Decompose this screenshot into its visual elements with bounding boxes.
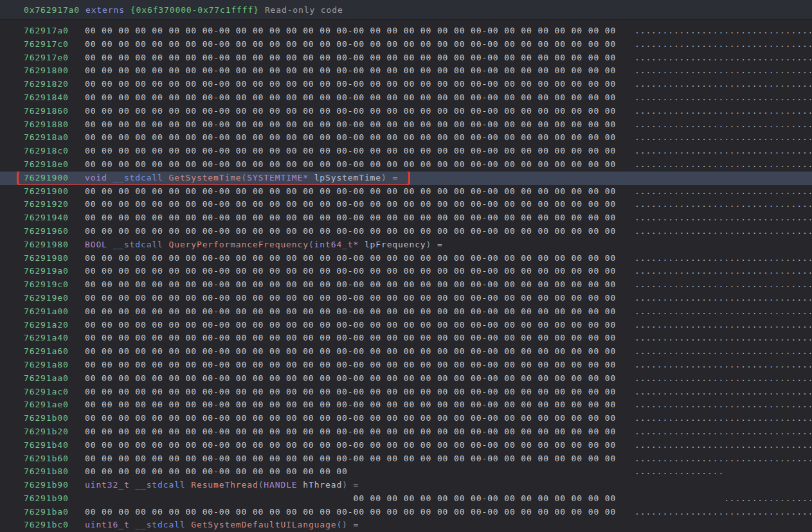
- address-label[interactable]: 76291920: [24, 198, 85, 211]
- address-label[interactable]: 762917c0: [24, 38, 85, 51]
- ascii-preview[interactable]: ................................: [635, 319, 812, 332]
- address-label[interactable]: 762919e0: [24, 292, 85, 305]
- ascii-preview[interactable]: ................................: [635, 345, 812, 359]
- ascii-preview[interactable]: ................................: [635, 372, 812, 386]
- address-label[interactable]: 76291860: [24, 105, 85, 118]
- address-label[interactable]: 76291b40: [24, 439, 85, 452]
- ascii-preview[interactable]: ................................: [635, 185, 812, 199]
- ascii-preview[interactable]: ................................: [635, 425, 812, 439]
- hex-bytes[interactable]: 00 00 00 00 00 00 00 00-00 00 00 00 00 0…: [85, 252, 635, 265]
- hex-bytes[interactable]: 00 00 00 00 00 00 00 00-00 00 00 00 00 0…: [85, 386, 635, 399]
- ascii-preview[interactable]: ................: [635, 465, 812, 479]
- ascii-preview[interactable]: ................................: [635, 506, 812, 519]
- hex-bytes[interactable]: 00 00 00 00 00 00 00 00-00 00 00 00 00 0…: [85, 398, 635, 412]
- ascii-preview[interactable]: ................................: [635, 38, 812, 51]
- ascii-preview[interactable]: ................................: [635, 292, 812, 305]
- hex-bytes[interactable]: 00 00 00 00 00 00 00 00-00 00 00 00 00 0…: [85, 292, 635, 305]
- ascii-preview[interactable]: ................................: [635, 78, 812, 91]
- ascii-preview[interactable]: ................................: [635, 24, 812, 38]
- hex-bytes[interactable]: 00 00 00 00 00 00 00 00-00 00 00 00 00 0…: [85, 265, 635, 278]
- address-label[interactable]: 762917a0: [24, 24, 85, 38]
- hex-bytes[interactable]: 00 00 00 00 00 00 00 00-00 00 00 00 00 0…: [85, 305, 635, 319]
- hex-bytes[interactable]: 00 00 00 00 00 00 00 00-00 00 00 00 00 0…: [85, 118, 635, 132]
- ascii-preview[interactable]: ................................: [635, 359, 812, 372]
- address-label[interactable]: 76291a00: [24, 305, 85, 319]
- address-label[interactable]: 76291b60: [24, 452, 85, 466]
- ascii-preview[interactable]: ................................: [635, 145, 812, 158]
- address-label[interactable]: 762917e0: [24, 51, 85, 65]
- hex-bytes[interactable]: 00 00 00 00 00 00 00 00-00 00 00 00 00 0…: [85, 359, 635, 372]
- hex-bytes[interactable]: 00 00 00 00 00 00 00 00-00 00 00 00 00 0…: [85, 465, 635, 479]
- hex-bytes[interactable]: 00 00 00 00 00 00 00 00-00 00 00 00 00 0…: [85, 332, 635, 345]
- ascii-preview[interactable]: ................................: [635, 386, 812, 399]
- address-label[interactable]: 76291b80: [24, 465, 85, 479]
- address-label[interactable]: 762918c0: [24, 145, 85, 158]
- hex-bytes[interactable]: 00 00 00 00 00 00 00 00-00 00 00 00 00 0…: [85, 412, 635, 425]
- function-declaration[interactable]: BOOL __stdcall QueryPerformanceFrequency…: [85, 238, 812, 252]
- address-label[interactable]: 76291aa0: [24, 372, 85, 386]
- hex-bytes[interactable]: 00 00 00 00 00 00 00 00-00 00 00 00 00 0…: [85, 425, 635, 439]
- hex-bytes[interactable]: 00 00 00 00 00 00 00 00-00 00 00 00 00 0…: [85, 198, 635, 211]
- address-label[interactable]: 76291ac0: [24, 386, 85, 399]
- address-label[interactable]: 76291940: [24, 211, 85, 225]
- ascii-preview[interactable]: ................................: [635, 131, 812, 145]
- function-declaration[interactable]: uint16_t __stdcall GetSystemDefaultUILan…: [85, 519, 812, 532]
- ascii-preview[interactable]: ................................: [635, 225, 812, 238]
- address-label[interactable]: 76291900: [24, 185, 85, 199]
- address-label[interactable]: 76291b90: [24, 492, 85, 506]
- hex-bytes[interactable]: 00 00 00 00 00 00 00 00-00 00 00 00 00 0…: [85, 185, 635, 199]
- hex-bytes[interactable]: 00 00 00 00 00 00 00 00-00 00 00 00 00 0…: [85, 506, 635, 519]
- hex-bytes[interactable]: 00 00 00 00 00 00 00 00-00 00 00 00 00 0…: [85, 345, 635, 359]
- ascii-preview[interactable]: ................................: [635, 51, 812, 65]
- address-label[interactable]: 76291ae0: [24, 398, 85, 412]
- hex-bytes[interactable]: 00 00 00 00 00 00 00 00-00 00 00 00 00 0…: [85, 158, 635, 172]
- ascii-preview[interactable]: ................................: [635, 105, 812, 118]
- hex-bytes[interactable]: 00 00 00 00 00 00 00 00-00 00 00 00 00 0…: [85, 145, 635, 158]
- address-label[interactable]: 76291820: [24, 78, 85, 91]
- address-label[interactable]: 762919a0: [24, 265, 85, 278]
- ascii-preview[interactable]: ................................: [635, 398, 812, 412]
- hex-bytes[interactable]: 00 00 00 00 00 00 00 00-00 00 00 00 00 0…: [85, 51, 635, 65]
- ascii-preview[interactable]: ................................: [635, 439, 812, 452]
- address-label[interactable]: 76291980: [24, 252, 85, 265]
- ascii-preview[interactable]: ................................: [635, 332, 812, 345]
- address-label[interactable]: 76291bc0: [24, 519, 85, 532]
- hex-bytes[interactable]: 00 00 00 00 00 00 00 00-00 00 00 00 00 0…: [85, 64, 635, 78]
- address-label[interactable]: 76291900: [24, 172, 85, 185]
- address-label[interactable]: 76291a80: [24, 359, 85, 372]
- hex-bytes[interactable]: 00 00 00 00 00 00 00 00-00 00 00 00 00 0…: [85, 131, 635, 145]
- address-label[interactable]: 76291980: [24, 238, 85, 252]
- ascii-preview[interactable]: ................................: [635, 91, 812, 105]
- ascii-preview[interactable]: ................................: [635, 452, 812, 466]
- address-label[interactable]: 76291a60: [24, 345, 85, 359]
- hex-bytes[interactable]: 00 00 00 00 00 00 00 00-00 00 00 00 00 0…: [85, 105, 635, 118]
- hex-bytes[interactable]: 00 00 00 00 00 00 00 00-00 00 00 00 00 0…: [85, 492, 635, 506]
- ascii-preview[interactable]: ................................: [635, 265, 812, 278]
- address-label[interactable]: 762918e0: [24, 158, 85, 172]
- ascii-preview[interactable]: ................................: [635, 252, 812, 265]
- address-label[interactable]: 76291ba0: [24, 506, 85, 519]
- hex-bytes[interactable]: 00 00 00 00 00 00 00 00-00 00 00 00 00 0…: [85, 225, 635, 238]
- address-label[interactable]: 76291b20: [24, 425, 85, 439]
- hex-bytes[interactable]: 00 00 00 00 00 00 00 00-00 00 00 00 00 0…: [85, 24, 635, 38]
- function-declaration[interactable]: void __stdcall GetSystemTime(SYSTEMTIME*…: [85, 172, 812, 185]
- ascii-preview[interactable]: ................................: [635, 118, 812, 132]
- hex-bytes[interactable]: 00 00 00 00 00 00 00 00-00 00 00 00 00 0…: [85, 211, 635, 225]
- hex-bytes[interactable]: 00 00 00 00 00 00 00 00-00 00 00 00 00 0…: [85, 91, 635, 105]
- hex-bytes[interactable]: 00 00 00 00 00 00 00 00-00 00 00 00 00 0…: [85, 78, 635, 91]
- ascii-preview[interactable]: ................................: [635, 198, 812, 211]
- ascii-preview[interactable]: ................................: [635, 158, 812, 172]
- hex-bytes[interactable]: 00 00 00 00 00 00 00 00-00 00 00 00 00 0…: [85, 319, 635, 332]
- address-label[interactable]: 76291a40: [24, 332, 85, 345]
- hex-bytes[interactable]: 00 00 00 00 00 00 00 00-00 00 00 00 00 0…: [85, 38, 635, 51]
- address-label[interactable]: 76291840: [24, 91, 85, 105]
- address-label[interactable]: 76291880: [24, 118, 85, 132]
- function-declaration[interactable]: uint32_t __stdcall ResumeThread(HANDLE h…: [85, 479, 812, 492]
- hex-bytes[interactable]: 00 00 00 00 00 00 00 00-00 00 00 00 00 0…: [85, 439, 635, 452]
- ascii-preview[interactable]: ................: [635, 492, 812, 506]
- address-label[interactable]: 76291a20: [24, 319, 85, 332]
- address-label[interactable]: 762919c0: [24, 278, 85, 292]
- ascii-preview[interactable]: ................................: [635, 278, 812, 292]
- hex-bytes[interactable]: 00 00 00 00 00 00 00 00-00 00 00 00 00 0…: [85, 452, 635, 466]
- hex-bytes[interactable]: 00 00 00 00 00 00 00 00-00 00 00 00 00 0…: [85, 278, 635, 292]
